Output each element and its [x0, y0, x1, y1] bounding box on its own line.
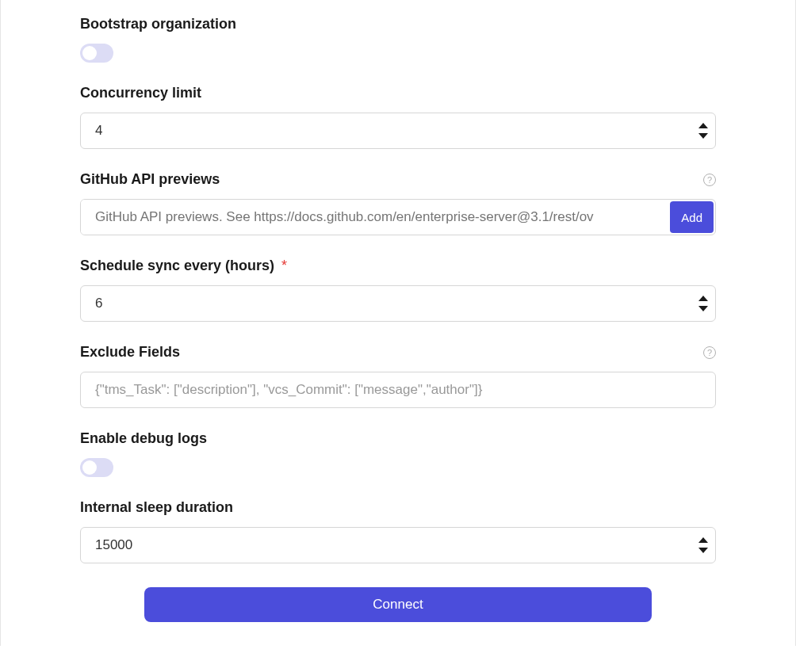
spinner-down-icon[interactable]	[698, 133, 708, 139]
schedule-field-group: Schedule sync every (hours) *	[80, 258, 716, 322]
toggle-knob	[82, 46, 97, 60]
debug-toggle[interactable]	[80, 458, 113, 477]
spinner-down-icon[interactable]	[698, 306, 708, 311]
bootstrap-field-group: Bootstrap organization	[80, 16, 716, 63]
concurrency-input[interactable]	[80, 113, 716, 149]
label-row: Internal sleep duration	[80, 499, 716, 516]
label-row: Concurrency limit	[80, 85, 716, 101]
concurrency-field-group: Concurrency limit	[80, 85, 716, 149]
schedule-spinner	[698, 296, 708, 311]
label-row: Exclude Fields ?	[80, 344, 716, 361]
label-row: Schedule sync every (hours) *	[80, 258, 716, 274]
previews-input[interactable]	[81, 200, 668, 235]
spinner-up-icon[interactable]	[698, 123, 708, 128]
concurrency-label: Concurrency limit	[80, 85, 201, 101]
exclude-field-group: Exclude Fields ?	[80, 344, 716, 408]
connect-button[interactable]: Connect	[144, 587, 652, 622]
help-icon[interactable]: ?	[703, 174, 716, 186]
previews-label: GitHub API previews	[80, 171, 220, 188]
spinner-up-icon[interactable]	[698, 537, 708, 543]
label-row: Bootstrap organization	[80, 16, 716, 32]
debug-label: Enable debug logs	[80, 430, 207, 447]
concurrency-spinner	[698, 123, 708, 139]
exclude-label: Exclude Fields	[80, 344, 180, 361]
schedule-input-wrap	[80, 285, 716, 322]
sleep-field-group: Internal sleep duration	[80, 499, 716, 563]
concurrency-input-wrap	[80, 113, 716, 149]
sleep-input[interactable]	[80, 527, 716, 563]
schedule-label: Schedule sync every (hours) *	[80, 258, 287, 274]
spinner-up-icon[interactable]	[698, 296, 708, 301]
previews-field-group: GitHub API previews ? Add	[80, 171, 716, 235]
exclude-input[interactable]	[80, 372, 716, 408]
previews-input-wrap: Add	[80, 199, 716, 235]
toggle-knob	[82, 460, 97, 475]
schedule-input[interactable]	[80, 285, 716, 322]
bootstrap-label: Bootstrap organization	[80, 16, 236, 32]
sleep-input-wrap	[80, 527, 716, 563]
label-row: GitHub API previews ?	[80, 171, 716, 188]
help-icon[interactable]: ?	[703, 346, 716, 359]
schedule-label-text: Schedule sync every (hours)	[80, 258, 274, 273]
sleep-spinner	[698, 537, 708, 553]
required-marker: *	[281, 258, 287, 273]
sleep-label: Internal sleep duration	[80, 499, 233, 516]
spinner-down-icon[interactable]	[698, 548, 708, 553]
debug-field-group: Enable debug logs	[80, 430, 716, 477]
label-row: Enable debug logs	[80, 430, 716, 447]
form-container: Bootstrap organization Concurrency limit…	[0, 0, 796, 646]
bootstrap-toggle[interactable]	[80, 44, 113, 63]
add-button[interactable]: Add	[670, 201, 714, 233]
